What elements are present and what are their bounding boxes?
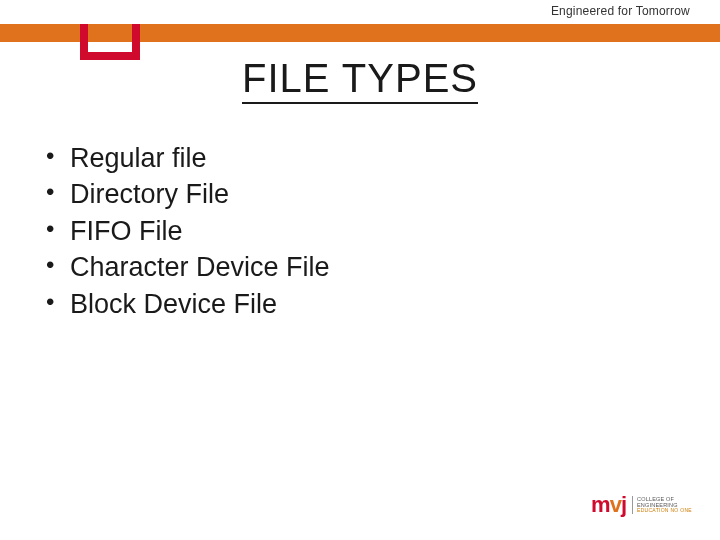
- logo-caption: COLLEGE OF ENGINEERING EDUCATION NO ONE: [632, 496, 692, 514]
- slide-title-text: FILE TYPES: [242, 56, 478, 104]
- list-item: Directory File: [42, 176, 330, 212]
- logo-mark: mvj: [591, 492, 626, 518]
- list-item: FIFO File: [42, 213, 330, 249]
- list-item: Character Device File: [42, 249, 330, 285]
- slide: Engineered for Tomorrow FILE TYPES Regul…: [0, 0, 720, 540]
- notch-decoration: [80, 24, 140, 60]
- logo: mvj COLLEGE OF ENGINEERING EDUCATION NO …: [591, 492, 692, 518]
- logo-letter-m: m: [591, 492, 610, 517]
- tagline: Engineered for Tomorrow: [551, 4, 690, 18]
- header-top-line: [0, 20, 720, 23]
- list-item: Block Device File: [42, 286, 330, 322]
- list-item: Regular file: [42, 140, 330, 176]
- slide-title: FILE TYPES: [0, 56, 720, 101]
- bullet-list: Regular file Directory File FIFO File Ch…: [42, 140, 330, 322]
- logo-subline: EDUCATION NO ONE: [637, 508, 692, 514]
- logo-letter-j: j: [621, 492, 626, 517]
- logo-letter-v: v: [610, 492, 621, 517]
